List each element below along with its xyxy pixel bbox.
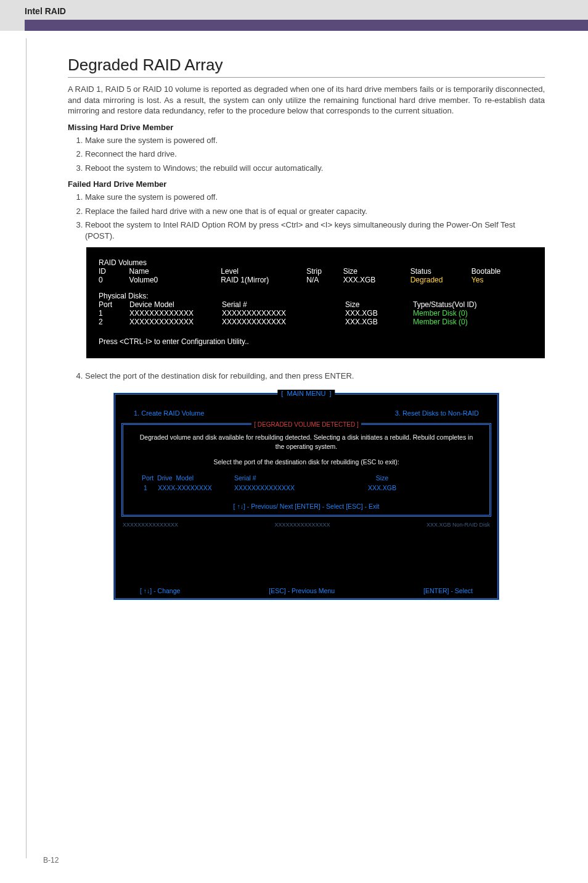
header-accent-bar bbox=[25, 20, 588, 31]
missing-heading: Missing Hard Drive Member bbox=[68, 123, 545, 132]
pr1-size: XXX.XGB bbox=[345, 309, 413, 318]
pr2-type: Member Disk (0) bbox=[413, 318, 468, 326]
missing-steps: Make sure the system is powered off. Rec… bbox=[68, 135, 545, 174]
menu-reset-disks: 3. Reset Disks to Non-RAID bbox=[395, 409, 479, 417]
select-port-msg: Select the port of the destination disk … bbox=[123, 453, 489, 473]
td-name: Volume0 bbox=[129, 276, 221, 284]
th-strip: Strip bbox=[306, 267, 343, 276]
th2-model: Model bbox=[176, 474, 194, 482]
td-status: Degraded bbox=[410, 276, 472, 284]
r2-serial: XXXXXXXXXXXXXX bbox=[234, 484, 345, 491]
step4-list: Select the port of the destination disk … bbox=[68, 371, 545, 382]
raid-volumes-label: RAID Volumes bbox=[99, 258, 533, 267]
td-level: RAID 1(Mirror) bbox=[221, 276, 306, 284]
page-header: Intel RAID bbox=[0, 0, 588, 31]
intro-paragraph: A RAID 1, RAID 5 or RAID 10 volume is re… bbox=[68, 84, 545, 117]
footer-prev: [ESC] - Previous Menu bbox=[269, 587, 335, 594]
th-bootable: Bootable bbox=[472, 267, 533, 276]
r2-model: XXXX-XXXXXXXX bbox=[158, 484, 212, 491]
bios2-th: Port Drive Model Serial # Size bbox=[123, 473, 489, 483]
td-id: 0 bbox=[99, 276, 129, 284]
td-size: XXX.XGB bbox=[343, 276, 410, 284]
margin-rule bbox=[26, 38, 27, 858]
physical-disks-label: Physical Disks: bbox=[99, 292, 533, 300]
degraded-detected-title: [ DEGRADED VOLUME DETECTED ] bbox=[251, 421, 361, 428]
pth-type: Type/Status(Vol ID) bbox=[413, 300, 476, 309]
page-number: B-12 bbox=[43, 856, 59, 865]
pr1-serial: XXXXXXXXXXXXX bbox=[222, 309, 345, 318]
th-size: Size bbox=[343, 267, 410, 276]
pth-serial: Serial # bbox=[222, 300, 345, 309]
footer-select: [ENTER] - Select bbox=[423, 587, 473, 594]
main-menu-text: MAIN MENU bbox=[287, 390, 326, 397]
bios2-row: 1 XXXX-XXXXXXXX XXXXXXXXXXXXXX XXX.XGB bbox=[123, 483, 489, 493]
degraded-msg: Degraded volume and disk available for r… bbox=[123, 428, 489, 453]
raid-data-row: 0 Volume0 RAID 1(Mirror) N/A XXX.XGB Deg… bbox=[99, 276, 533, 284]
th-name: Name bbox=[129, 267, 221, 276]
pth-size: Size bbox=[345, 300, 413, 309]
bios2-footer: [ ↑↓] - Change [ESC] - Previous Menu [EN… bbox=[115, 583, 497, 598]
th2-size: Size bbox=[345, 474, 419, 482]
footer-change: [ ↑↓] - Change bbox=[140, 587, 180, 594]
pr2-size: XXX.XGB bbox=[345, 318, 413, 326]
list-item: Reboot the system to Windows; the rebuil… bbox=[85, 163, 545, 174]
raid-th-row: ID Name Level Strip Size Status Bootable bbox=[99, 267, 533, 276]
td-bootable: Yes bbox=[472, 276, 533, 284]
failed-steps: Make sure the system is powered off. Rep… bbox=[68, 192, 545, 241]
header-brand: Intel RAID bbox=[25, 6, 588, 20]
list-item: Make sure the system is powered off. bbox=[85, 135, 545, 146]
r2-size: XXX.XGB bbox=[345, 484, 419, 491]
bios-panel-1: RAID Volumes ID Name Level Strip Size St… bbox=[86, 247, 545, 358]
main-menu-label: [ MAIN MENU ] bbox=[277, 390, 335, 397]
th2-serial: Serial # bbox=[234, 474, 345, 482]
pr1-model: XXXXXXXXXXXXX bbox=[129, 309, 222, 318]
th-id: ID bbox=[99, 267, 129, 276]
page-title: Degraded RAID Array bbox=[68, 55, 545, 78]
failed-heading: Failed Hard Drive Member bbox=[68, 179, 545, 189]
pr2-port: 2 bbox=[99, 318, 129, 326]
ghost-left: XXXXXXXXXXXXXXX bbox=[123, 522, 178, 528]
pr1-type: Member Disk (0) bbox=[413, 309, 468, 318]
bios2-keys: [ ↑↓] - Previous/ Next [ENTER] - Select … bbox=[123, 499, 489, 511]
pr1-port: 1 bbox=[99, 309, 129, 318]
phys-row-2: 2 XXXXXXXXXXXXX XXXXXXXXXXXXX XXX.XGB Me… bbox=[99, 318, 533, 326]
pth-port: Port bbox=[99, 300, 129, 309]
th2-port: Port bbox=[142, 474, 153, 482]
pr2-model: XXXXXXXXXXXXX bbox=[129, 318, 222, 326]
phys-row-1: 1 XXXXXXXXXXXXX XXXXXXXXXXXXX XXX.XGB Me… bbox=[99, 309, 533, 318]
ghost-right: XXX.XGB Non-RAID Disk bbox=[427, 522, 490, 528]
list-item: Replace the failed hard drive with a new… bbox=[85, 206, 545, 217]
menu-create-raid: 1. Create RAID Volume bbox=[134, 409, 204, 417]
list-item: Make sure the system is powered off. bbox=[85, 192, 545, 203]
list-item: Reboot the system to Intel RAID Option R… bbox=[85, 220, 545, 241]
pr2-serial: XXXXXXXXXXXXX bbox=[222, 318, 345, 326]
step4-text: Select the port of the destination disk … bbox=[85, 371, 545, 382]
press-ctrl-i: Press <CTRL-I> to enter Configuration Ut… bbox=[99, 337, 533, 346]
ghost-row: XXXXXXXXXXXXXXX XXXXXXXXXXXXXXX XXX.XGB … bbox=[115, 522, 497, 528]
td-strip: N/A bbox=[306, 276, 343, 284]
bios-panel-2: [ MAIN MENU ] 1. Create RAID Volume 3. R… bbox=[113, 393, 499, 600]
ghost-mid: XXXXXXXXXXXXXXX bbox=[274, 522, 330, 528]
r2-port: 1 bbox=[144, 484, 147, 491]
th-status: Status bbox=[410, 267, 472, 276]
list-item: Reconnect the hard drive. bbox=[85, 149, 545, 160]
phys-th-row: Port Device Model Serial # Size Type/Sta… bbox=[99, 300, 533, 309]
th-level: Level bbox=[221, 267, 306, 276]
th2-drive: Drive bbox=[157, 474, 173, 482]
pth-model: Device Model bbox=[129, 300, 222, 309]
